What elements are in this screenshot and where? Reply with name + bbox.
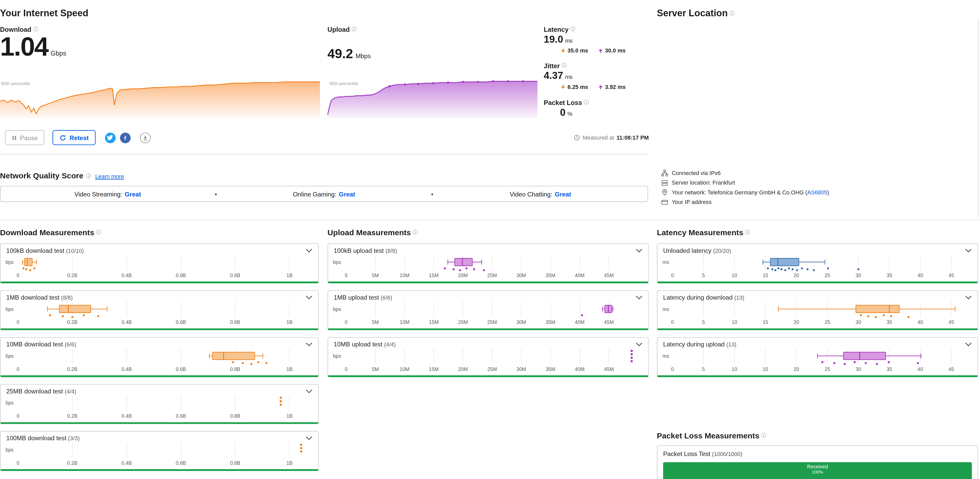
- svg-text:0.8B: 0.8B: [230, 273, 240, 278]
- chevron-down-icon[interactable]: [305, 342, 313, 346]
- svg-text:0.4B: 0.4B: [121, 414, 132, 419]
- svg-text:15M: 15M: [429, 273, 439, 278]
- facebook-icon: [122, 134, 128, 141]
- svg-text:30M: 30M: [516, 367, 526, 372]
- learn-more-link[interactable]: Learn more: [95, 173, 124, 179]
- svg-text:0.2B: 0.2B: [67, 319, 78, 325]
- svg-text:bps: bps: [6, 400, 14, 406]
- divider: [0, 219, 980, 220]
- svg-text:0: 0: [17, 460, 20, 466]
- measurement-card: 100kB upload test (8/8) 05M10M15M20M25M3…: [328, 243, 649, 283]
- test-controls: Pause Retest: [5, 130, 151, 145]
- latency-cards-column: Unloaded latency (20/20) 051015202530354…: [657, 243, 978, 384]
- measurement-card-header[interactable]: Latency during download (13): [657, 291, 977, 301]
- box-plot: 00.2B0.4B0.6B0.8B1Bbps: [0, 254, 318, 279]
- info-icon[interactable]: ⓘ: [352, 26, 356, 32]
- svg-text:40M: 40M: [575, 273, 585, 278]
- svg-text:0.4B: 0.4B: [121, 273, 132, 278]
- svg-text:35M: 35M: [546, 367, 555, 372]
- svg-text:0.2B: 0.2B: [67, 273, 78, 278]
- measurement-card-header[interactable]: 100kB download test (10/10): [0, 244, 318, 254]
- download-throughput-chart: [0, 79, 320, 118]
- quality-online-gaming: Online Gaming: Great: [217, 190, 431, 198]
- svg-text:0: 0: [671, 273, 674, 278]
- measurement-card-title: 100kB upload test (8/8): [334, 247, 397, 254]
- download-results-button[interactable]: [140, 133, 151, 143]
- svg-text:25: 25: [824, 319, 830, 325]
- svg-text:20M: 20M: [458, 367, 468, 372]
- retest-button[interactable]: Retest: [53, 130, 95, 145]
- info-icon[interactable]: ⓘ: [96, 230, 101, 235]
- svg-text:15: 15: [762, 367, 768, 372]
- measurement-card-header[interactable]: 100MB download test (3/3): [0, 432, 318, 442]
- svg-text:0.4B: 0.4B: [121, 460, 132, 466]
- measurement-card-header[interactable]: Latency during upload (13): [657, 338, 977, 348]
- info-icon[interactable]: ⓘ: [745, 230, 750, 235]
- info-icon[interactable]: ⓘ: [562, 62, 566, 68]
- svg-text:30: 30: [856, 367, 861, 372]
- svg-text:0: 0: [671, 319, 674, 325]
- chevron-down-icon[interactable]: [965, 342, 972, 346]
- packet-loss-card-title: Packet Loss Test (1000/1000): [663, 450, 972, 457]
- svg-text:25M: 25M: [487, 319, 497, 325]
- measurement-card-header[interactable]: 25MB download test (4/4): [0, 385, 318, 395]
- svg-text:15: 15: [762, 319, 768, 325]
- svg-text:30M: 30M: [516, 319, 526, 325]
- measurement-card-title: 1MB upload test (6/6): [334, 294, 392, 301]
- measurement-card-header[interactable]: 10MB download test (6/6): [0, 338, 318, 348]
- svg-text:35: 35: [886, 273, 892, 278]
- box-plot: 051015202530354045ms: [657, 348, 977, 373]
- info-icon[interactable]: ⓘ: [413, 230, 418, 235]
- svg-text:35: 35: [886, 319, 892, 325]
- info-icon[interactable]: ⓘ: [584, 99, 589, 105]
- info-icon[interactable]: ⓘ: [570, 26, 575, 32]
- asn-link[interactable]: AS6805: [807, 189, 827, 195]
- packet-loss-card: Packet Loss Test (1000/1000) Received 10…: [657, 445, 978, 479]
- packet-loss-measurements-title: Packet Loss Measurementsⓘ: [657, 432, 766, 441]
- measurement-card-header[interactable]: 100kB upload test (8/8): [328, 244, 648, 254]
- chevron-down-icon[interactable]: [305, 389, 313, 393]
- upload-label: Uploadⓘ: [328, 26, 371, 33]
- download-metric: Downloadⓘ 1.04 Gbps: [0, 26, 66, 59]
- measurement-card-header[interactable]: Unloaded latency (20/20): [657, 244, 977, 254]
- svg-text:40: 40: [918, 273, 923, 278]
- download-measurements-title: Download Measurementsⓘ: [0, 229, 101, 238]
- chevron-down-icon[interactable]: [636, 248, 643, 253]
- svg-text:0: 0: [671, 367, 674, 372]
- svg-text:0.6B: 0.6B: [176, 319, 186, 325]
- box-plot: 00.2B0.4B0.6B0.8B1Bbps: [0, 301, 318, 326]
- info-icon[interactable]: ⓘ: [761, 433, 766, 438]
- chevron-down-icon[interactable]: [305, 436, 313, 440]
- arrow-up-icon: [598, 85, 603, 89]
- svg-text:45: 45: [948, 319, 954, 325]
- info-icon[interactable]: ⓘ: [730, 11, 735, 16]
- network-quality-title: Network Quality Score: [0, 172, 83, 180]
- svg-text:1B: 1B: [286, 319, 293, 325]
- chevron-down-icon[interactable]: [305, 248, 313, 253]
- share-facebook-button[interactable]: [120, 133, 130, 143]
- svg-text:20M: 20M: [458, 319, 468, 325]
- measurement-card-header[interactable]: 10MB upload test (4/4): [328, 338, 648, 348]
- info-icon[interactable]: ⓘ: [86, 173, 91, 180]
- packet-loss-bar: Received 100%: [663, 462, 972, 479]
- share-twitter-button[interactable]: [105, 133, 115, 143]
- chevron-down-icon[interactable]: [965, 295, 972, 300]
- measurement-card-count: (4/4): [384, 342, 396, 348]
- box-plot: 051015202530354045ms: [657, 254, 977, 279]
- info-icon[interactable]: ⓘ: [33, 26, 38, 32]
- box-plot: 00.2B0.4B0.6B0.8B1Bbps: [0, 395, 318, 420]
- svg-text:5M: 5M: [372, 319, 379, 325]
- measurement-card: 10MB download test (6/6) 00.2B0.4B0.6B0.…: [0, 337, 319, 377]
- chevron-down-icon[interactable]: [305, 295, 313, 300]
- latency-metric: Latencyⓘ 19.0 ms 35.0 ms 30.0 ms: [544, 26, 625, 54]
- chevron-down-icon[interactable]: [636, 342, 643, 346]
- measurement-card-header[interactable]: 1MB upload test (6/6): [328, 291, 648, 301]
- connection-server-location: Server location: Frankfurt: [661, 179, 829, 186]
- page-title: Your Internet Speed: [0, 8, 88, 18]
- pause-button[interactable]: Pause: [5, 130, 45, 145]
- svg-text:bps: bps: [6, 307, 14, 312]
- svg-text:30: 30: [856, 319, 861, 325]
- measurement-card-header[interactable]: 1MB download test (8/8): [0, 291, 318, 301]
- chevron-down-icon[interactable]: [636, 295, 643, 300]
- chevron-down-icon[interactable]: [965, 248, 972, 253]
